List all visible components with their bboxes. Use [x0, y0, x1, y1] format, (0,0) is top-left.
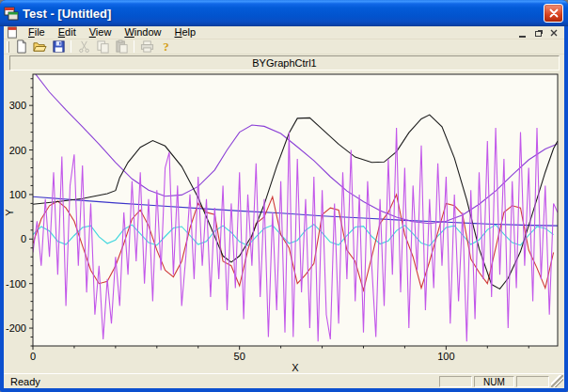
open-folder-icon — [33, 39, 47, 54]
mdi-minimize-button[interactable] — [514, 27, 529, 39]
window-body: FileEditViewWindowHelp ? 050100-200-1000… — [0, 26, 568, 392]
menu-bar: FileEditViewWindowHelp — [4, 26, 564, 39]
menu-item-file[interactable]: File — [22, 26, 52, 39]
y-tick-label: -100 — [6, 278, 26, 290]
save-disk-button[interactable] — [49, 39, 68, 54]
y-axis-title: Y — [4, 207, 15, 218]
toolbar: ? — [4, 39, 564, 55]
y-tick-label: 0 — [21, 233, 26, 244]
chart-area: 050100-200-1000100200300 BYGraphCtrl1 X … — [4, 55, 564, 373]
menu-item-window[interactable]: Window — [118, 26, 167, 39]
menu-items: FileEditViewWindowHelp — [22, 26, 202, 39]
y-tick-label: -200 — [6, 322, 26, 334]
x-axis-title: X — [33, 362, 558, 373]
title-bar[interactable]: Test - [Untitled] — [0, 0, 568, 26]
y-tick-label: 300 — [9, 100, 26, 111]
status-panel-blank-0 — [439, 376, 472, 387]
close-button[interactable] — [544, 4, 563, 23]
menu-item-view[interactable]: View — [83, 26, 118, 39]
x-tick-label: 0 — [30, 351, 36, 362]
window-title: Test - [Untitled] — [23, 7, 111, 21]
save-disk-icon — [52, 39, 66, 54]
status-bar: Ready NUM — [4, 373, 564, 388]
plot-background — [33, 74, 558, 346]
print-printer-icon — [140, 39, 154, 54]
cut-scissors-button[interactable] — [74, 39, 93, 54]
minimize-icon — [519, 36, 526, 38]
toolbar-grip[interactable] — [7, 41, 9, 53]
status-panel-num: NUM — [474, 376, 514, 387]
close-icon — [549, 5, 559, 22]
chart-title: BYGraphCtrl1 — [9, 55, 560, 71]
x-tick-label: 50 — [234, 351, 245, 362]
app-icon[interactable] — [4, 6, 19, 21]
menu-item-help[interactable]: Help — [168, 26, 203, 39]
status-panel-blank-2 — [516, 376, 549, 387]
status-panels: NUM — [439, 376, 549, 387]
toolbar-buttons: ? — [11, 39, 175, 54]
restore-icon — [535, 31, 542, 37]
plot-area: 050100-200-1000100200300 — [4, 55, 564, 373]
menu-item-edit[interactable]: Edit — [52, 26, 83, 39]
svg-text:?: ? — [163, 39, 169, 54]
help-question-button[interactable]: ? — [156, 39, 175, 54]
open-folder-button[interactable] — [30, 39, 49, 54]
toolbar-separator — [71, 40, 71, 53]
new-document-button[interactable] — [11, 39, 30, 54]
copy-pages-button[interactable] — [93, 39, 112, 54]
y-tick-label: 200 — [9, 145, 26, 156]
y-tick-label: 100 — [9, 189, 26, 200]
status-message: Ready — [10, 376, 40, 387]
toolbar-separator — [134, 40, 134, 53]
print-printer-button[interactable] — [137, 39, 156, 54]
x-tick-label: 100 — [437, 351, 454, 362]
mdi-restore-button[interactable] — [530, 27, 545, 39]
copy-pages-icon — [96, 39, 110, 54]
mdi-window-controls — [514, 27, 564, 39]
new-document-icon — [14, 39, 28, 54]
resize-grip[interactable] — [551, 375, 563, 387]
document-icon[interactable] — [6, 26, 19, 39]
mdi-close-button[interactable] — [546, 27, 561, 39]
paste-clipboard-icon — [115, 39, 129, 54]
paste-clipboard-button[interactable] — [112, 39, 131, 54]
mdi-close-icon — [550, 27, 558, 39]
help-question-icon: ? — [159, 39, 173, 54]
app-window: Test - [Untitled] FileEditViewWindowHelp — [0, 0, 568, 392]
cut-scissors-icon — [77, 39, 91, 54]
